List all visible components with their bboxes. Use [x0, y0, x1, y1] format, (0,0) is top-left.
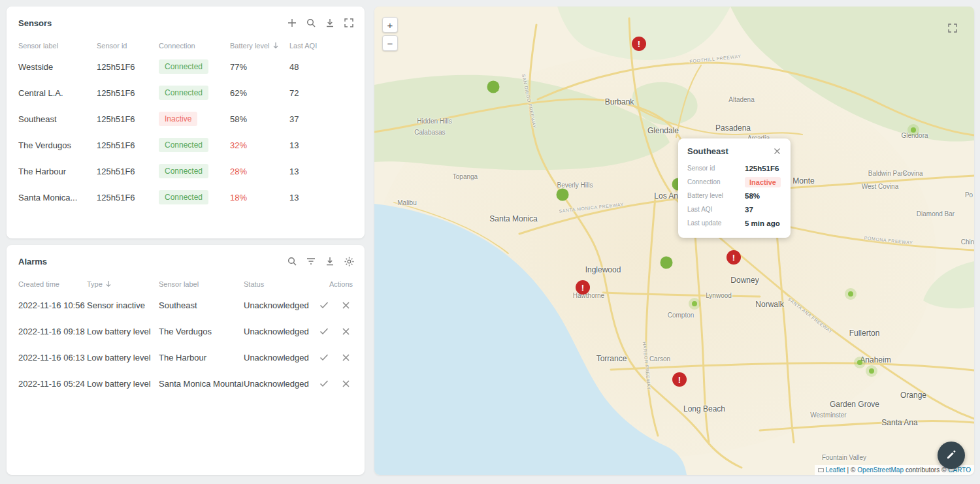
popup-field: Connection Inactive	[687, 175, 781, 189]
sensor-marker[interactable]	[557, 189, 569, 201]
sensor-marker[interactable]: !	[632, 37, 646, 51]
popup-field-label: Battery level	[687, 192, 745, 199]
map-fullscreen-button[interactable]	[947, 22, 958, 34]
sensor-row[interactable]: Central L.A. 125h51F6 Connected 62% 72	[7, 80, 365, 106]
sensor-marker[interactable]	[869, 368, 874, 374]
sensor-marker[interactable]	[692, 301, 697, 306]
alarm-sensor-label: Southeast	[159, 300, 244, 310]
col-status[interactable]: Status	[244, 280, 309, 288]
close-icon	[341, 300, 351, 310]
edit-fab-button[interactable]	[938, 442, 965, 469]
col-connection[interactable]: Connection	[159, 42, 230, 50]
zoom-out-button[interactable]: −	[382, 35, 398, 51]
alarms-settings-button[interactable]	[343, 255, 355, 267]
filter-alarms-button[interactable]	[305, 255, 317, 267]
alarms-table-header: Created time Type Sensor label Status Ac…	[7, 276, 365, 292]
popup-field-label: Connection	[687, 178, 745, 186]
last-aqi: 37	[289, 114, 353, 124]
sensor-row[interactable]: The Verdugos 125h51F6 Connected 32% 13	[7, 132, 365, 158]
acknowledge-alarm-button[interactable]	[318, 299, 330, 311]
pencil-icon	[945, 449, 957, 462]
download-icon	[325, 18, 335, 28]
check-icon	[319, 300, 329, 310]
check-icon	[319, 352, 329, 363]
search-sensors-button[interactable]	[305, 17, 317, 29]
dismiss-alarm-button[interactable]	[340, 299, 351, 311]
check-icon	[319, 326, 329, 336]
popup-field: Last AQI 37	[687, 202, 781, 216]
sensor-marker[interactable]: !	[727, 250, 741, 265]
dismiss-alarm-button[interactable]	[340, 325, 351, 337]
popup-close-button[interactable]	[772, 147, 781, 156]
connection-badge: Connected	[159, 138, 208, 152]
battery-level: 77%	[230, 62, 289, 72]
alert-exclamation-icon: !	[732, 253, 735, 263]
add-sensor-button[interactable]	[286, 17, 298, 29]
alarms-panel-header: Alarms	[7, 245, 365, 267]
alarm-row[interactable]: 2022-11-16 10:56 Sensor inactive Southea…	[7, 292, 365, 318]
col-sensor-label[interactable]: Sensor label	[159, 280, 244, 288]
zoom-in-button[interactable]: +	[382, 17, 398, 33]
dismiss-alarm-button[interactable]	[340, 378, 351, 389]
acknowledge-alarm-button[interactable]	[318, 351, 330, 363]
dismiss-alarm-button[interactable]	[340, 351, 351, 363]
sensor-row[interactable]: Santa Monica... 125h51F6 Connected 18% 1…	[7, 184, 365, 210]
connection-badge: Connected	[159, 164, 208, 178]
map[interactable]: BurbankGlendalePasadenaMonteLos AngSanta…	[374, 7, 974, 475]
sensor-row[interactable]: Westside 125h51F6 Connected 77% 48	[7, 54, 365, 80]
col-type[interactable]: Type	[87, 280, 159, 289]
alarm-row[interactable]: 2022-11-16 05:24 Low battery level Santa…	[7, 370, 365, 396]
sensor-marker[interactable]	[487, 81, 500, 93]
osm-link[interactable]: OpenStreetMap	[857, 466, 904, 474]
sensor-row[interactable]: Southeast 125h51F6 Inactive 58% 37	[7, 106, 365, 132]
sensors-table-header: Sensor label Sensor id Connection Batter…	[7, 38, 365, 54]
popup-field: Battery level 58%	[687, 189, 781, 202]
connection-badge: Inactive	[159, 112, 197, 126]
sensor-marker[interactable]: !	[672, 372, 687, 387]
sensor-marker[interactable]: !	[576, 280, 590, 295]
col-sensor-id[interactable]: Sensor id	[97, 42, 159, 50]
popup-field-value: 58%	[745, 192, 760, 200]
sensor-label: Southeast	[18, 114, 97, 124]
search-alarms-button[interactable]	[286, 255, 298, 267]
col-last-aqi[interactable]: Last AQI	[289, 42, 353, 50]
alarms-panel: Alarms Created time Type Sensor label St…	[7, 245, 365, 475]
plus-icon	[287, 18, 297, 28]
alert-exclamation-icon: !	[638, 39, 640, 49]
col-created-time[interactable]: Created time	[18, 280, 87, 288]
sort-desc-icon	[105, 280, 112, 289]
sensor-marker[interactable]	[848, 291, 853, 297]
fullscreen-icon	[947, 23, 958, 33]
alarm-sensor-label: The Verdugos	[159, 327, 244, 336]
acknowledge-alarm-button[interactable]	[318, 378, 330, 389]
sensors-panel-header: Sensors	[7, 7, 365, 29]
expand-sensors-button[interactable]	[343, 17, 355, 29]
alarm-row[interactable]: 2022-11-16 06:13 Low battery level The H…	[7, 344, 365, 370]
download-alarms-button[interactable]	[324, 255, 336, 267]
sensors-table-body: Westside 125h51F6 Connected 77% 48 Centr…	[7, 54, 365, 210]
gear-icon	[344, 256, 355, 267]
leaflet-link[interactable]: Leaflet	[826, 466, 845, 474]
col-battery-level[interactable]: Battery level	[230, 42, 289, 50]
popup-title: Southeast	[687, 146, 728, 156]
fullscreen-icon	[344, 18, 354, 28]
sensors-panel: Sensors Sensor label Sensor id Connectio…	[7, 7, 365, 238]
col-sensor-label[interactable]: Sensor label	[18, 42, 97, 50]
alarms-toolbar	[286, 255, 355, 267]
battery-level: 28%	[230, 167, 289, 176]
battery-level: 18%	[230, 193, 289, 202]
alarm-row[interactable]: 2022-11-16 09:18 Low battery level The V…	[7, 318, 365, 344]
sensor-id: 125h51F6	[97, 88, 159, 98]
acknowledge-alarm-button[interactable]	[318, 325, 330, 337]
alarm-type: Low battery level	[87, 379, 159, 389]
download-sensors-button[interactable]	[324, 17, 336, 29]
sensors-toolbar	[286, 17, 355, 29]
popup-field-label: Last update	[687, 219, 745, 227]
sensor-marker[interactable]	[857, 360, 862, 365]
close-icon	[341, 353, 351, 363]
search-icon	[306, 18, 316, 28]
sensor-marker[interactable]	[911, 127, 916, 133]
sensor-marker[interactable]	[661, 257, 673, 269]
sensor-row[interactable]: The Harbour 125h51F6 Connected 28% 13	[7, 158, 365, 184]
connection-badge: Connected	[159, 86, 208, 100]
